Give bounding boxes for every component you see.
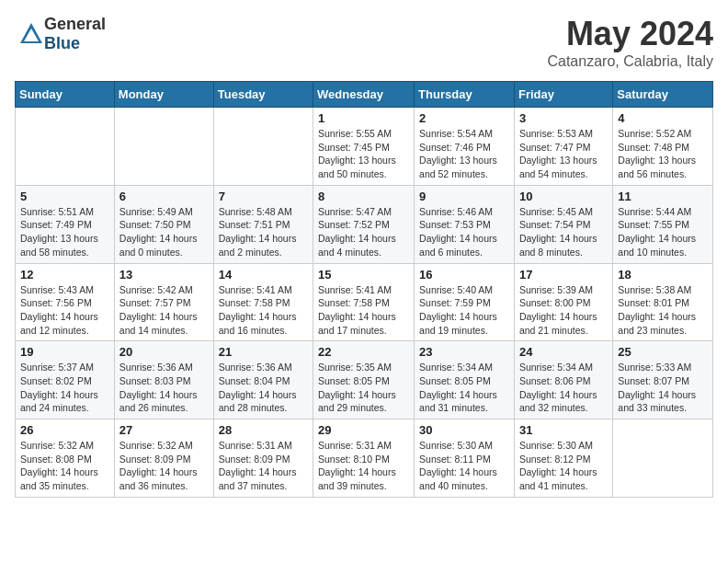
- day-info: Sunrise: 5:40 AM Sunset: 7:59 PM Dayligh…: [419, 283, 509, 338]
- week-row-5: 26Sunrise: 5:32 AM Sunset: 8:08 PM Dayli…: [16, 419, 713, 498]
- day-number: 21: [219, 345, 308, 359]
- day-number: 1: [318, 111, 409, 125]
- day-number: 31: [519, 423, 608, 437]
- calendar-cell: 16Sunrise: 5:40 AM Sunset: 7:59 PM Dayli…: [415, 263, 515, 341]
- calendar-cell: 6Sunrise: 5:49 AM Sunset: 7:50 PM Daylig…: [114, 185, 213, 263]
- day-number: 6: [119, 190, 209, 203]
- day-number: 28: [219, 423, 308, 437]
- calendar-cell: 5Sunrise: 5:51 AM Sunset: 7:49 PM Daylig…: [16, 185, 115, 263]
- day-info: Sunrise: 5:53 AM Sunset: 7:47 PM Dayligh…: [519, 127, 608, 181]
- calendar-cell: 30Sunrise: 5:30 AM Sunset: 8:11 PM Dayli…: [415, 419, 515, 498]
- day-number: 11: [618, 190, 708, 203]
- calendar-cell: 21Sunrise: 5:36 AM Sunset: 8:04 PM Dayli…: [213, 341, 313, 419]
- calendar-cell: [213, 108, 313, 186]
- day-info: Sunrise: 5:32 AM Sunset: 8:09 PM Dayligh…: [119, 439, 209, 493]
- day-info: Sunrise: 5:33 AM Sunset: 8:07 PM Dayligh…: [618, 361, 708, 415]
- logo: General Blue: [15, 15, 106, 53]
- day-info: Sunrise: 5:49 AM Sunset: 7:50 PM Dayligh…: [119, 205, 209, 259]
- day-info: Sunrise: 5:34 AM Sunset: 8:05 PM Dayligh…: [419, 361, 509, 415]
- day-number: 16: [419, 268, 509, 282]
- day-number: 22: [318, 345, 409, 359]
- calendar-cell: 25Sunrise: 5:33 AM Sunset: 8:07 PM Dayli…: [613, 341, 713, 419]
- day-number: 26: [20, 423, 109, 437]
- day-info: Sunrise: 5:39 AM Sunset: 8:00 PM Dayligh…: [519, 283, 608, 338]
- location-title: Catanzaro, Calabria, Italy: [547, 53, 713, 70]
- title-area: May 2024 Catanzaro, Calabria, Italy: [547, 15, 713, 70]
- calendar-cell: 3Sunrise: 5:53 AM Sunset: 7:47 PM Daylig…: [514, 108, 612, 186]
- day-number: 7: [219, 190, 308, 203]
- logo-blue-text: Blue: [44, 34, 80, 52]
- calendar-cell: 12Sunrise: 5:43 AM Sunset: 7:56 PM Dayli…: [16, 263, 115, 341]
- header: General Blue May 2024 Catanzaro, Calabri…: [15, 15, 713, 70]
- day-info: Sunrise: 5:34 AM Sunset: 8:06 PM Dayligh…: [519, 361, 608, 415]
- day-number: 13: [119, 268, 209, 282]
- day-number: 8: [318, 190, 409, 203]
- calendar-cell: 27Sunrise: 5:32 AM Sunset: 8:09 PM Dayli…: [114, 419, 213, 498]
- day-info: Sunrise: 5:37 AM Sunset: 8:02 PM Dayligh…: [20, 361, 109, 415]
- calendar-cell: 9Sunrise: 5:46 AM Sunset: 7:53 PM Daylig…: [415, 185, 515, 263]
- day-number: 3: [519, 111, 608, 125]
- month-title: May 2024: [547, 15, 713, 53]
- col-tuesday: Tuesday: [213, 82, 313, 108]
- calendar-cell: 23Sunrise: 5:34 AM Sunset: 8:05 PM Dayli…: [415, 341, 515, 419]
- day-info: Sunrise: 5:30 AM Sunset: 8:11 PM Dayligh…: [419, 439, 509, 493]
- col-monday: Monday: [114, 82, 213, 108]
- day-info: Sunrise: 5:35 AM Sunset: 8:05 PM Dayligh…: [318, 361, 409, 415]
- day-info: Sunrise: 5:31 AM Sunset: 8:09 PM Dayligh…: [219, 439, 308, 493]
- calendar-cell: [16, 108, 115, 186]
- calendar-cell: 15Sunrise: 5:41 AM Sunset: 7:58 PM Dayli…: [313, 263, 415, 341]
- day-info: Sunrise: 5:41 AM Sunset: 7:58 PM Dayligh…: [318, 283, 409, 338]
- day-info: Sunrise: 5:36 AM Sunset: 8:03 PM Dayligh…: [119, 361, 209, 415]
- calendar-cell: 26Sunrise: 5:32 AM Sunset: 8:08 PM Dayli…: [16, 419, 115, 498]
- day-info: Sunrise: 5:36 AM Sunset: 8:04 PM Dayligh…: [219, 361, 308, 415]
- calendar-cell: 19Sunrise: 5:37 AM Sunset: 8:02 PM Dayli…: [16, 341, 115, 419]
- calendar-cell: 17Sunrise: 5:39 AM Sunset: 8:00 PM Dayli…: [514, 263, 612, 341]
- day-info: Sunrise: 5:43 AM Sunset: 7:56 PM Dayligh…: [20, 283, 109, 338]
- day-info: Sunrise: 5:54 AM Sunset: 7:46 PM Dayligh…: [419, 127, 509, 181]
- day-number: 14: [219, 268, 308, 282]
- day-info: Sunrise: 5:30 AM Sunset: 8:12 PM Dayligh…: [519, 439, 608, 493]
- day-number: 4: [618, 111, 708, 125]
- calendar-cell: 14Sunrise: 5:41 AM Sunset: 7:58 PM Dayli…: [213, 263, 313, 341]
- day-info: Sunrise: 5:42 AM Sunset: 7:57 PM Dayligh…: [119, 283, 209, 338]
- calendar-table: Sunday Monday Tuesday Wednesday Thursday…: [15, 81, 713, 498]
- day-info: Sunrise: 5:48 AM Sunset: 7:51 PM Dayligh…: [219, 205, 308, 259]
- logo-icon: [18, 21, 44, 47]
- calendar-cell: 24Sunrise: 5:34 AM Sunset: 8:06 PM Dayli…: [514, 341, 612, 419]
- calendar-cell: 1Sunrise: 5:55 AM Sunset: 7:45 PM Daylig…: [313, 108, 415, 186]
- day-number: 25: [618, 345, 708, 359]
- day-number: 15: [318, 268, 409, 282]
- calendar-cell: 8Sunrise: 5:47 AM Sunset: 7:52 PM Daylig…: [313, 185, 415, 263]
- calendar-cell: 22Sunrise: 5:35 AM Sunset: 8:05 PM Dayli…: [313, 341, 415, 419]
- day-info: Sunrise: 5:55 AM Sunset: 7:45 PM Dayligh…: [318, 127, 409, 181]
- day-info: Sunrise: 5:41 AM Sunset: 7:58 PM Dayligh…: [219, 283, 308, 338]
- calendar-cell: 2Sunrise: 5:54 AM Sunset: 7:46 PM Daylig…: [415, 108, 515, 186]
- week-row-3: 12Sunrise: 5:43 AM Sunset: 7:56 PM Dayli…: [16, 263, 713, 341]
- calendar-cell: [114, 108, 213, 186]
- calendar-cell: 28Sunrise: 5:31 AM Sunset: 8:09 PM Dayli…: [213, 419, 313, 498]
- week-row-2: 5Sunrise: 5:51 AM Sunset: 7:49 PM Daylig…: [16, 185, 713, 263]
- col-sunday: Sunday: [16, 82, 115, 108]
- day-info: Sunrise: 5:38 AM Sunset: 8:01 PM Dayligh…: [618, 283, 708, 338]
- day-number: 10: [519, 190, 608, 203]
- header-row: Sunday Monday Tuesday Wednesday Thursday…: [16, 82, 713, 108]
- day-number: 29: [318, 423, 409, 437]
- calendar-cell: [613, 419, 713, 498]
- day-info: Sunrise: 5:31 AM Sunset: 8:10 PM Dayligh…: [318, 439, 409, 493]
- day-info: Sunrise: 5:45 AM Sunset: 7:54 PM Dayligh…: [519, 205, 608, 259]
- col-thursday: Thursday: [415, 82, 515, 108]
- logo-general-text: General: [44, 15, 106, 33]
- day-number: 27: [119, 423, 209, 437]
- calendar-cell: 18Sunrise: 5:38 AM Sunset: 8:01 PM Dayli…: [613, 263, 713, 341]
- day-number: 18: [618, 268, 708, 282]
- day-number: 9: [419, 190, 509, 203]
- day-number: 12: [20, 268, 109, 282]
- day-info: Sunrise: 5:47 AM Sunset: 7:52 PM Dayligh…: [318, 205, 409, 259]
- week-row-4: 19Sunrise: 5:37 AM Sunset: 8:02 PM Dayli…: [16, 341, 713, 419]
- day-number: 30: [419, 423, 509, 437]
- calendar-cell: 11Sunrise: 5:44 AM Sunset: 7:55 PM Dayli…: [613, 185, 713, 263]
- calendar-cell: 20Sunrise: 5:36 AM Sunset: 8:03 PM Dayli…: [114, 341, 213, 419]
- day-number: 19: [20, 345, 109, 359]
- col-saturday: Saturday: [613, 82, 713, 108]
- calendar-cell: 29Sunrise: 5:31 AM Sunset: 8:10 PM Dayli…: [313, 419, 415, 498]
